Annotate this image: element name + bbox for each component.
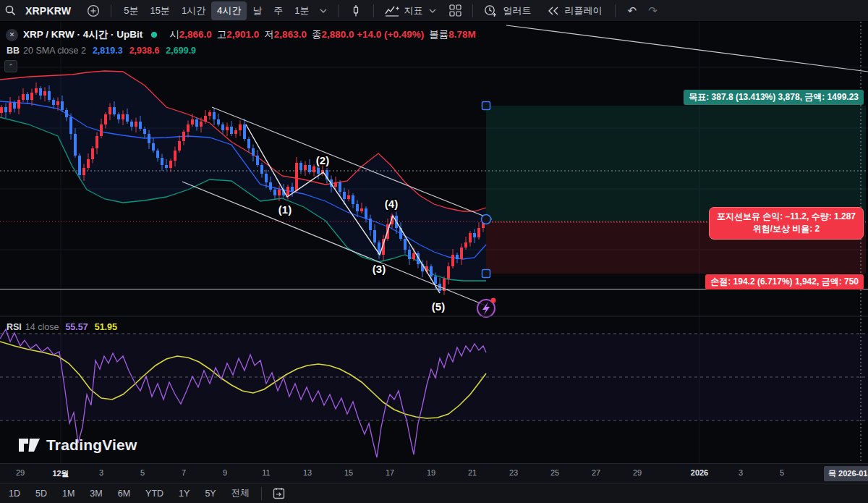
- time-tick: 5: [780, 468, 784, 477]
- timeframe-15분[interactable]: 15분: [144, 1, 175, 20]
- layout-grid-button[interactable]: [445, 1, 466, 21]
- toolbar-separator: [615, 4, 616, 17]
- timeframe-menu-button[interactable]: [315, 1, 331, 21]
- position-info-box[interactable]: 포지션보유 손익: –11.2, 수량: 1.287 위험/보상 비율: 2: [709, 207, 864, 240]
- tradingview-watermark[interactable]: TradingView: [19, 436, 137, 455]
- top-toolbar: XRPKRW 5분15분1시간4시간날주1분: [0, 0, 868, 22]
- time-tick: 13: [303, 468, 312, 477]
- toolbar-separator: [472, 4, 473, 17]
- timeframe-날[interactable]: 날: [247, 1, 268, 20]
- bottom-toolbar: 1D5D1M3M6MYTD1Y5Y전체: [0, 483, 868, 503]
- wave-label[interactable]: (4): [385, 198, 398, 210]
- rsi-name: RSI: [7, 322, 22, 332]
- wave-label[interactable]: (1): [278, 203, 292, 216]
- bb-legend[interactable]: BB 20 SMA close 2 2,819.32,938.62,699.9: [7, 46, 203, 56]
- indicators-button[interactable]: 지표: [380, 1, 441, 21]
- market-status-dot: [151, 32, 157, 38]
- range-5Y[interactable]: 5Y: [200, 486, 221, 501]
- position-risk-reward: 위험/보상 비율: 2: [717, 223, 856, 235]
- alert-clock-icon: [484, 4, 498, 17]
- timeframe-group: 5분15분1시간4시간날주1분: [118, 1, 315, 20]
- profit-zone[interactable]: [486, 106, 866, 222]
- legend-close-icon[interactable]: ✕: [6, 29, 18, 41]
- rsi-values: 55.5751.95: [65, 322, 124, 332]
- position-pnl: 포지션보유 손익: –11.2, 수량: 1.287: [717, 211, 856, 223]
- stop-loss-label[interactable]: 손절: 194.2 (6.717%) 1,942, 금액: 750: [705, 274, 864, 289]
- time-tick: 23: [509, 468, 518, 477]
- toolbar-separator: [338, 4, 339, 17]
- chevron-down-icon: [429, 9, 436, 13]
- timeframe-1시간[interactable]: 1시간: [176, 1, 211, 20]
- range-YTD[interactable]: YTD: [140, 486, 169, 501]
- entry-handle[interactable]: [482, 215, 491, 224]
- range-전체[interactable]: 전체: [226, 485, 255, 502]
- time-tick: 12월: [52, 468, 69, 479]
- legend-collapse-button[interactable]: ⌃: [4, 60, 17, 72]
- timeframe-1분[interactable]: 1분: [289, 1, 315, 20]
- time-axis[interactable]: 2912월357911131517192123252729202635 목 20…: [0, 463, 868, 483]
- range-1D[interactable]: 1D: [4, 486, 25, 501]
- flash-marker-icon[interactable]: [477, 298, 496, 318]
- replay-label: 리플레이: [565, 4, 603, 17]
- toolbar-separator: [111, 4, 111, 17]
- target-handle[interactable]: [482, 102, 490, 110]
- tradingview-logo-icon: [19, 436, 41, 455]
- timeframe-주[interactable]: 주: [268, 1, 289, 20]
- search-icon: [4, 4, 17, 17]
- symbol-name[interactable]: XRPKRW: [25, 5, 71, 17]
- toolbar-separator: [261, 487, 262, 500]
- time-tick: 29: [633, 468, 642, 477]
- long-position-tool[interactable]: [486, 106, 866, 274]
- alert-label: 얼러트: [503, 4, 532, 17]
- time-tick: 25: [550, 468, 559, 477]
- alert-button[interactable]: 얼러트: [480, 1, 537, 21]
- bb-values: 2,819.32,938.62,699.9: [93, 46, 203, 56]
- indicators-icon: [385, 4, 399, 17]
- time-tick: 3: [99, 468, 103, 477]
- range-1M[interactable]: 1M: [57, 486, 80, 501]
- replay-button[interactable]: 리플레이: [543, 1, 608, 21]
- range-6M[interactable]: 6M: [113, 486, 135, 501]
- trendline[interactable]: [506, 25, 868, 72]
- wave-label[interactable]: (2): [316, 154, 329, 166]
- ohlc-values: 시2,866.0고2,901.0저2,863.0종2,880.0 +14.0 (…: [164, 28, 476, 41]
- watermark-text: TradingView: [46, 436, 137, 454]
- bb-name: BB: [7, 46, 20, 56]
- crosshair-date-label: 목 2026-01-0: [824, 466, 868, 481]
- stop-handle[interactable]: [482, 270, 490, 278]
- chevron-down-icon: [320, 9, 327, 13]
- goto-date-calendar-icon: [273, 487, 285, 499]
- wave-label[interactable]: (5): [432, 300, 445, 313]
- target-label[interactable]: 목표: 387.8 (13.413%) 3,878, 금액: 1499.23: [684, 90, 864, 105]
- time-tick: 27: [592, 468, 600, 477]
- time-tick: 11: [262, 468, 270, 477]
- timeframe-5분[interactable]: 5분: [118, 1, 144, 20]
- tradingview-app: (1)(2)(3)(4)(5) XRPKRW 5분15분1시간4시간날주1분: [0, 0, 868, 503]
- time-tick: 19: [427, 468, 435, 477]
- time-tick: 7: [182, 468, 186, 477]
- time-tick: 21: [468, 468, 477, 477]
- bb-params: 20 SMA close 2: [23, 46, 86, 56]
- time-tick: 29: [16, 468, 25, 477]
- time-tick: 5: [140, 468, 145, 477]
- undo-button[interactable]: ↶: [622, 4, 643, 17]
- timeframe-4시간[interactable]: 4시간: [211, 1, 247, 20]
- symbol-search-button[interactable]: [0, 1, 21, 21]
- plus-circle-icon: [87, 4, 100, 17]
- redo-button[interactable]: ↷: [642, 4, 663, 17]
- time-tick: 3: [739, 468, 743, 477]
- symbol-title[interactable]: XRP / KRW · 4시간 · UpBit: [23, 28, 142, 41]
- rsi-params: 14 close: [25, 322, 59, 332]
- time-tick: 9: [223, 468, 227, 477]
- rsi-legend[interactable]: RSI 14 close 55.5751.95: [7, 322, 124, 332]
- goto-date-button[interactable]: [268, 483, 289, 503]
- main-legend: ✕ XRP / KRW · 4시간 · UpBit 시2,866.0고2,901…: [6, 28, 476, 41]
- time-tick: 15: [344, 468, 353, 477]
- range-3M[interactable]: 3M: [85, 486, 107, 501]
- range-1Y[interactable]: 1Y: [174, 486, 195, 501]
- price-chart[interactable]: (1)(2)(3)(4)(5): [0, 0, 868, 503]
- wave-label[interactable]: (3): [373, 263, 386, 275]
- range-5D[interactable]: 5D: [30, 486, 52, 501]
- compare-add-symbol-button[interactable]: [82, 1, 104, 21]
- chart-style-button[interactable]: [345, 1, 367, 21]
